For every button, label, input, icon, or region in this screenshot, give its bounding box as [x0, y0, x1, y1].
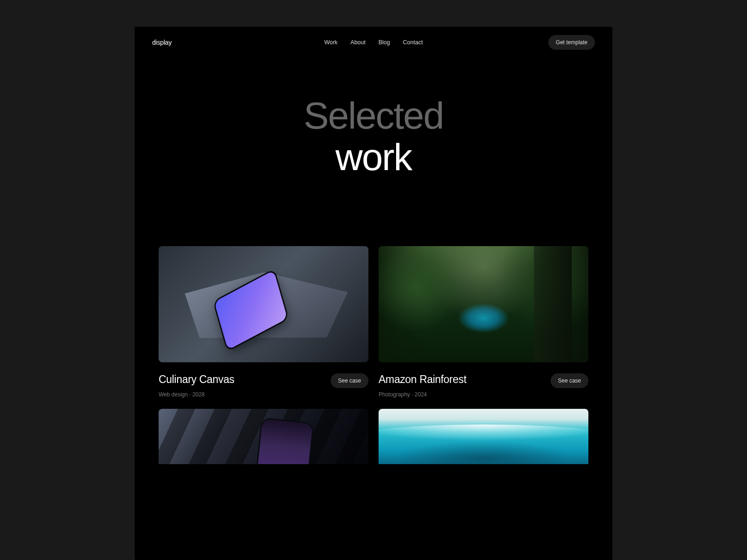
meta-separator: ·: [188, 391, 192, 398]
work-card: [379, 409, 588, 464]
hero: Selected work: [152, 96, 595, 177]
nav-work[interactable]: Work: [324, 39, 338, 46]
work-info: Culinary Canvas Web design · 2028 See ca…: [159, 373, 368, 398]
work-thumbnail[interactable]: [159, 246, 368, 362]
work-title: Amazon Rainforest: [379, 373, 551, 386]
work-card: Amazon Rainforest Photography · 2024 See…: [379, 246, 588, 398]
work-meta: Web design · 2028: [159, 391, 331, 398]
work-category: Photography: [379, 391, 410, 398]
work-thumbnail[interactable]: [379, 246, 588, 362]
nav-contact[interactable]: Contact: [403, 39, 423, 46]
work-grid: Culinary Canvas Web design · 2028 See ca…: [152, 246, 595, 464]
work-thumbnail[interactable]: [159, 409, 368, 464]
header: display Work About Blog Contact Get temp…: [152, 35, 595, 50]
see-case-button[interactable]: See case: [551, 373, 588, 388]
page-container: display Work About Blog Contact Get temp…: [135, 27, 612, 560]
work-card: Culinary Canvas Web design · 2028 See ca…: [159, 246, 368, 398]
work-year: 2028: [192, 391, 205, 398]
work-thumbnail[interactable]: [379, 409, 588, 464]
brand-logo[interactable]: display: [152, 39, 172, 46]
meta-separator: ·: [410, 391, 415, 398]
work-title: Culinary Canvas: [159, 373, 331, 386]
work-category: Web design: [159, 391, 188, 398]
get-template-button[interactable]: Get template: [548, 35, 595, 50]
nav-about[interactable]: About: [350, 39, 366, 46]
hero-title-line1: Selected: [152, 96, 595, 136]
nav-blog[interactable]: Blog: [379, 39, 390, 46]
work-card: [159, 409, 368, 464]
work-year: 2024: [415, 391, 427, 398]
work-meta: Photography · 2024: [379, 391, 551, 398]
hero-title-line2: work: [152, 137, 595, 177]
work-info: Amazon Rainforest Photography · 2024 See…: [379, 373, 588, 398]
see-case-button[interactable]: See case: [331, 373, 368, 388]
main-nav: Work About Blog Contact: [324, 39, 423, 46]
